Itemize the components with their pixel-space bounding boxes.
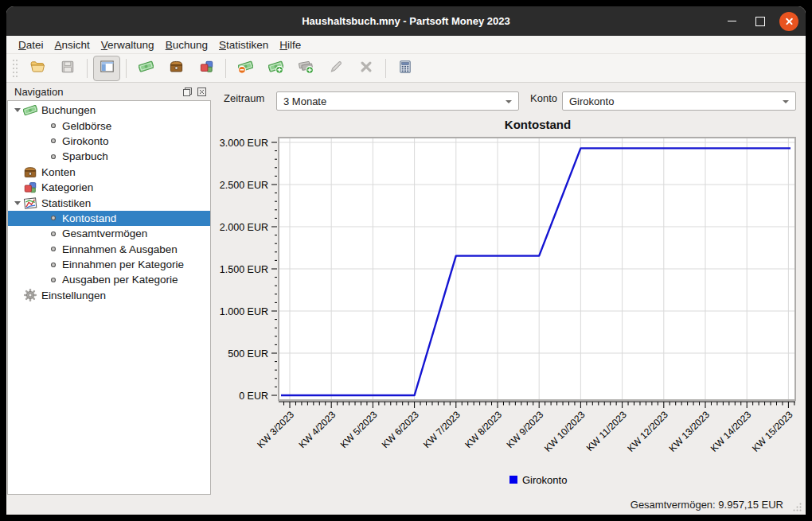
bullet-icon — [48, 259, 59, 270]
nav-item-konten[interactable]: Konten — [8, 165, 210, 180]
nav-item-einnahmen-per-kategorie[interactable]: Einnahmen per Kategorie — [8, 257, 210, 272]
y-axis-label: 1.500 EUR — [220, 264, 268, 275]
bullet-icon — [48, 243, 59, 255]
y-axis-label: 2.000 EUR — [220, 222, 268, 233]
x-axis-label: KW 4/2023 — [296, 409, 338, 450]
nav-item-label: Girokonto — [62, 135, 109, 147]
chevron-down-icon — [783, 100, 789, 103]
bearbeiten-button — [322, 56, 349, 81]
save-file-button — [54, 56, 81, 81]
nav-item-label: Einnahmen per Kategorie — [62, 259, 184, 270]
float-dock-button[interactable] — [182, 86, 193, 98]
filter-row: Zeitraum 3 Monate Konto Girokonto — [213, 83, 806, 115]
main-view: Zeitraum 3 Monate Konto Girokonto Kontos… — [213, 83, 806, 495]
expander-down-icon[interactable] — [12, 201, 23, 205]
menu-datei[interactable]: Datei — [13, 37, 49, 52]
nav-item-sparbuch[interactable]: Sparbuch — [8, 149, 210, 164]
calculator-icon — [398, 60, 412, 77]
bullet-icon — [48, 135, 59, 146]
menu-statistiken[interactable]: Statistiken — [213, 37, 274, 52]
nav-item-geldborse[interactable]: Geldbörse — [8, 118, 210, 133]
banknote-minus-icon — [238, 59, 253, 77]
nav-item-label: Konten — [41, 166, 76, 178]
toolbar-separator — [385, 59, 386, 78]
nav-item-ausgaben-per-kategorie[interactable]: Ausgaben per Kategorie — [8, 272, 210, 287]
x-axis-label: KW 5/2023 — [338, 409, 380, 450]
bullet-icon — [48, 228, 59, 239]
folder-open-icon — [30, 59, 45, 77]
resize-grip[interactable] — [792, 501, 802, 511]
neue-ausgabe-button[interactable] — [232, 56, 259, 81]
kategorien-button[interactable] — [193, 56, 220, 81]
transfer-plus-icon — [299, 59, 314, 77]
titlebar[interactable]: Haushaltsbuch.mny - Partsoft Money 2023 — [6, 6, 806, 36]
y-axis-label: 0 EUR — [239, 391, 268, 402]
close-dock-button[interactable] — [196, 86, 208, 98]
nav-item-label: Statistiken — [41, 197, 91, 209]
nav-item-gesamtvermogen[interactable]: Gesamtvermögen — [8, 226, 210, 241]
banknote-plus-icon — [268, 59, 283, 77]
chest-icon — [23, 165, 37, 179]
nav-item-label: Kontostand — [62, 212, 116, 224]
legend-label: Girokonto — [522, 474, 567, 486]
toolbar — [6, 54, 806, 83]
expander-down-icon[interactable] — [12, 108, 23, 112]
y-axis-label: 500 EUR — [228, 348, 268, 360]
rechner-button[interactable] — [392, 56, 419, 81]
konto-label: Konto — [530, 92, 557, 104]
toolbar-separator — [126, 59, 127, 78]
buchungen-button[interactable] — [132, 56, 159, 81]
nav-item-label: Einnahmen & Ausgaben — [62, 243, 178, 255]
nav-item-label: Gesamtvermögen — [62, 227, 147, 239]
konten-button[interactable] — [162, 56, 189, 81]
nav-item-buchungen[interactable]: Buchungen — [8, 103, 210, 118]
nav-item-label: Geldbörse — [62, 120, 111, 132]
x-axis-label: KW 11/2023 — [584, 409, 629, 453]
status-total-assets: Gesamtvermögen: 9.957,15 EUR — [630, 495, 783, 515]
nav-item-girokonto[interactable]: Girokonto — [8, 134, 210, 149]
open-file-button[interactable] — [24, 56, 51, 81]
close-icon — [779, 12, 798, 31]
menu-hilfe[interactable]: Hilfe — [274, 37, 306, 52]
nav-item-label: Einstellungen — [41, 290, 106, 301]
screenshot-root: { "window": { "title": "Haushaltsbuch.mn… — [0, 0, 812, 521]
nav-item-kontostand[interactable]: Kontostand — [8, 211, 210, 226]
neue-einnahme-button[interactable] — [262, 56, 289, 81]
y-axis-label: 2.500 EUR — [220, 180, 268, 191]
pencil-icon — [329, 60, 343, 77]
window-title: Haushaltsbuch.mny - Partsoft Money 2023 — [6, 6, 806, 36]
chest-icon — [169, 59, 184, 77]
zeitraum-label: Zeitraum — [224, 92, 264, 104]
konto-select-value: Girokonto — [569, 95, 614, 107]
nav-item-kategorien[interactable]: Kategorien — [8, 180, 210, 195]
zeitraum-select[interactable]: 3 Monate — [276, 91, 519, 111]
nav-item-statistiken[interactable]: Statistiken — [8, 195, 210, 210]
nav-item-einnahmen-ausgaben[interactable]: Einnahmen & Ausgaben — [8, 242, 210, 257]
bullet-icon — [48, 274, 59, 286]
menu-verwaltung[interactable]: Verwaltung — [96, 37, 160, 52]
sidebar-toggle-icon — [100, 59, 115, 77]
x-axis-label: KW 6/2023 — [380, 409, 421, 450]
status-bar: Gesamtvermögen: 9.957,15 EUR — [6, 495, 806, 515]
x-axis-label: KW 10/2023 — [542, 409, 588, 454]
close-button[interactable] — [779, 12, 798, 31]
delete-x-icon — [359, 60, 373, 77]
menubar: DateiAnsichtVerwaltungBuchungStatistiken… — [6, 36, 806, 54]
nav-item-label: Buchungen — [41, 104, 96, 116]
stats-chart-icon — [23, 196, 37, 210]
menu-buchung[interactable]: Buchung — [160, 37, 213, 52]
gear-icon — [23, 288, 37, 302]
drag-handle-icon[interactable] — [11, 57, 19, 80]
navigation-dock-title: Navigation — [14, 86, 179, 98]
toolbar-separator — [87, 59, 88, 78]
bullet-icon — [48, 151, 59, 162]
konto-select[interactable]: Girokonto — [562, 91, 796, 111]
menu-ansicht[interactable]: Ansicht — [49, 37, 96, 52]
nav-item-einstellungen[interactable]: Einstellungen — [8, 288, 210, 303]
navigation-tree: BuchungenGeldbörseGirokontoSparbuchKonte… — [7, 100, 211, 495]
minimize-button[interactable] — [722, 12, 741, 31]
toolbar-separator — [225, 59, 226, 78]
maximize-button[interactable] — [751, 12, 770, 31]
bullet-icon — [48, 120, 59, 131]
toggle-navigation-button[interactable] — [93, 56, 120, 81]
